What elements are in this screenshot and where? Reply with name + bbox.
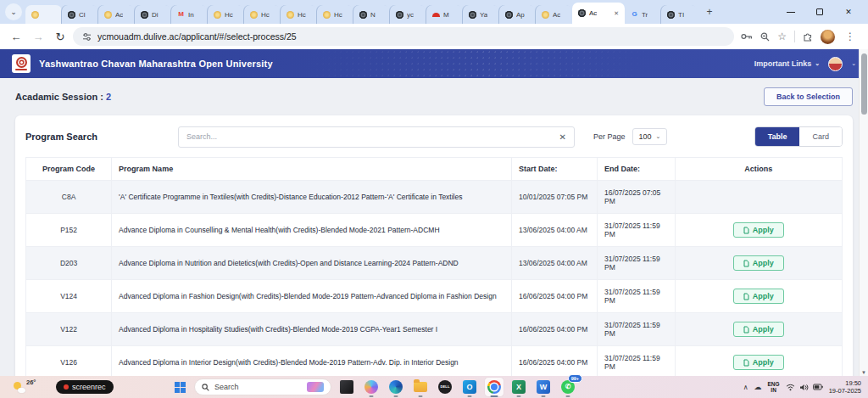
notification-badge: 99+ — [568, 374, 582, 383]
tab-search-button[interactable]: ⌄ — [5, 3, 22, 20]
program-name-cell: Advance Diploma in Nutrition and Dieteti… — [112, 247, 512, 280]
url-text[interactable]: ycmouadm.dulive.ac/applicant/#/select-pr… — [97, 31, 297, 42]
forward-button[interactable]: → — [29, 27, 47, 46]
view-toggle: Table Card — [754, 126, 843, 147]
tray-status-icons[interactable] — [786, 384, 823, 391]
whatsapp-taskbar-icon[interactable]: ✆99+ — [559, 378, 577, 396]
copilot-taskbar-icon[interactable] — [362, 378, 381, 396]
weather-widget[interactable]: 26° — [14, 378, 36, 393]
language-indicator[interactable]: ENG IN — [768, 381, 780, 393]
excel-taskbar-icon[interactable]: X — [509, 378, 528, 396]
table-header-row: Program CodeProgram NameStart Date:End D… — [26, 158, 843, 181]
system-tray: ∧ ☁ ENG IN — [743, 376, 861, 398]
close-button[interactable]: ✕ — [834, 0, 863, 24]
password-key-icon[interactable] — [741, 32, 753, 41]
apply-button[interactable]: Apply — [733, 255, 784, 271]
tab-label: Tr — [642, 11, 648, 19]
back-to-selection-button[interactable]: Back to Selection — [764, 87, 853, 106]
browser-tab[interactable]: Hc — [208, 5, 244, 24]
search-input[interactable] — [186, 132, 559, 141]
minimize-button[interactable] — [776, 0, 805, 24]
important-links-menu[interactable]: Important Links ⌄ — [754, 59, 820, 68]
browser-tab[interactable]: Di — [135, 5, 171, 24]
apply-button[interactable]: Apply — [733, 355, 784, 370]
edge-taskbar-icon[interactable] — [387, 378, 405, 396]
programs-table: Program CodeProgram NameStart Date:End D… — [25, 157, 843, 376]
clear-search-icon[interactable]: ✕ — [559, 132, 566, 142]
windows-taskbar: 26° screenrec Search DELLOXW✆99+ ∧ ☁ ENG — [0, 376, 868, 398]
tab-favicon-icon: G — [631, 11, 638, 19]
browser-tab[interactable]: M In — [171, 5, 208, 24]
card-view-button[interactable]: Card — [799, 127, 842, 146]
page-scrollbar[interactable]: ▼ — [859, 49, 868, 376]
taskbar-search[interactable]: Search — [194, 378, 331, 395]
table-body: C8A 'A' Certificate Programme in Textile… — [26, 181, 843, 377]
tab-label: Ac — [553, 11, 560, 19]
tab-favicon-icon — [287, 11, 294, 19]
word-taskbar-icon[interactable]: W — [534, 378, 553, 396]
browser-tab[interactable]: Ac ✕ — [572, 3, 625, 24]
back-button[interactable]: ← — [7, 27, 25, 46]
screenrec-widget[interactable]: screenrec — [56, 380, 114, 394]
apply-button[interactable]: Apply — [733, 222, 784, 238]
browser-tab[interactable]: Hc — [317, 5, 353, 24]
search-icon — [202, 384, 209, 391]
browser-tab[interactable]: Ap — [499, 5, 536, 24]
scroll-down-arrow[interactable]: ▼ — [861, 370, 866, 375]
record-dot-icon — [64, 384, 69, 390]
session-row: Acadamic Session : 2 Back to Selection — [15, 86, 853, 108]
browser-tab[interactable]: Hc — [244, 5, 281, 24]
browser-tab[interactable]: yc — [390, 5, 426, 24]
tab-favicon-icon — [432, 13, 440, 17]
reload-button[interactable]: ↻ — [51, 27, 70, 46]
actions-cell — [675, 181, 842, 214]
bookmark-star-icon[interactable]: ☆ — [777, 31, 787, 42]
chrome-taskbar-icon[interactable] — [485, 378, 504, 396]
outlook-taskbar-icon[interactable]: O — [460, 378, 479, 396]
per-page-select[interactable]: 100 ⌄ — [632, 128, 668, 145]
program-code-cell: V126 — [26, 346, 112, 377]
start-date-cell: 16/06/2025 04:00 PM — [511, 280, 597, 313]
tray-overflow-chevron[interactable]: ∧ — [743, 384, 748, 391]
browser-tab[interactable]: Cl — [62, 5, 98, 24]
tab-favicon-icon — [104, 11, 112, 19]
browser-tab[interactable]: Ya — [463, 5, 499, 24]
user-avatar[interactable] — [828, 57, 843, 71]
tab-favicon-icon — [68, 11, 75, 19]
browser-tab[interactable]: N — [353, 5, 390, 24]
scrollbar-thumb[interactable] — [861, 53, 867, 115]
apply-file-icon — [743, 260, 749, 267]
browser-menu-icon[interactable]: ⋮ — [843, 31, 858, 42]
browser-profile-avatar[interactable] — [821, 30, 835, 44]
browser-tab[interactable]: Ac — [98, 5, 135, 24]
profile-chevron-icon[interactable]: ⌄ — [851, 60, 856, 67]
dell-taskbar-icon[interactable]: DELL — [436, 378, 454, 396]
apply-button[interactable]: Apply — [733, 289, 784, 304]
site-info-icon[interactable] — [82, 32, 92, 42]
dark-window-icon — [340, 380, 353, 394]
dark-window-taskbar-icon[interactable] — [337, 378, 356, 396]
edge-icon — [389, 380, 403, 394]
browser-tab[interactable]: TI — [661, 5, 698, 24]
tab-favicon-icon: M — [177, 11, 185, 19]
file-explorer-taskbar-icon[interactable] — [411, 378, 430, 396]
table-view-button[interactable]: Table — [755, 127, 800, 146]
start-button[interactable] — [171, 378, 188, 395]
address-bar[interactable]: ycmouadm.dulive.ac/applicant/#/select-pr… — [73, 27, 734, 46]
browser-tab[interactable]: Hc — [281, 5, 317, 24]
taskbar-clock[interactable]: 19:50 19-07-2025 — [829, 379, 861, 395]
apply-button[interactable]: Apply — [733, 322, 784, 337]
maximize-button[interactable] — [805, 0, 834, 24]
zoom-out-icon[interactable] — [760, 32, 770, 42]
browser-tab[interactable]: G Tr — [625, 5, 661, 24]
onedrive-cloud-icon[interactable]: ☁ — [754, 383, 762, 391]
extensions-icon[interactable] — [803, 31, 813, 42]
tab-favicon-icon — [214, 11, 221, 19]
browser-tab[interactable]: Ac — [536, 5, 572, 24]
new-tab-button[interactable]: + — [701, 3, 718, 20]
tab-close-icon[interactable]: ✕ — [614, 10, 619, 17]
browser-tab[interactable]: M — [426, 5, 463, 24]
table-row: P152 Advance Diploma in Counselling & Me… — [26, 214, 843, 247]
browser-tab[interactable] — [25, 5, 62, 24]
speaker-icon — [799, 384, 809, 391]
